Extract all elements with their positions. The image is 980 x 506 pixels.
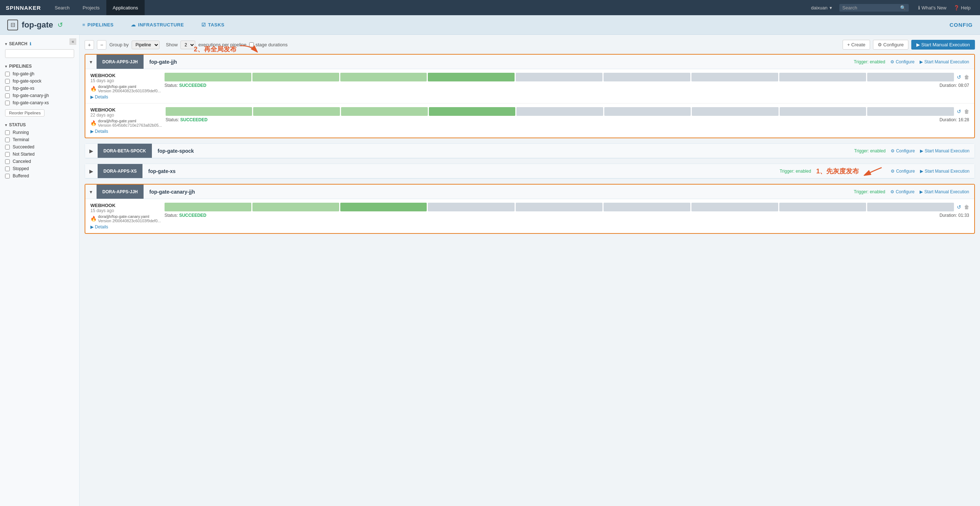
status-checkbox-stopped[interactable] <box>5 166 10 171</box>
pipeline-checkbox-canary-xs[interactable] <box>5 101 10 105</box>
start-manual-execution-btn[interactable]: ▶ Start Manual Execution <box>911 40 975 49</box>
status-checkbox-running[interactable] <box>5 130 10 135</box>
delete-btn-2[interactable]: 🗑 <box>964 109 969 114</box>
config-link[interactable]: CONFIG <box>950 22 973 28</box>
nav-applications[interactable]: Applications <box>106 0 145 15</box>
status-checkbox-not-started[interactable] <box>5 152 10 157</box>
minus-btn[interactable]: − <box>97 40 106 49</box>
sidebar-search-section[interactable]: ▾ SEARCH ℹ <box>0 38 79 48</box>
exec-actions: ↺ 🗑 <box>957 74 969 80</box>
status-stopped[interactable]: Stopped <box>0 165 79 172</box>
configure-canary-jjh-btn[interactable]: ⚙ Configure <box>890 189 915 194</box>
configure-jjh-btn[interactable]: ⚙ Configure <box>890 59 915 64</box>
status-buffered[interactable]: Buffered <box>0 172 79 180</box>
pipeline-group-spock: ▶ DORA-BETA-SPOCK fop-gate-spock Trigger… <box>84 143 975 158</box>
info-icon: ℹ <box>30 42 31 46</box>
pipeline-item-jjh[interactable]: fop-gate-jjh <box>0 70 79 77</box>
execution-row-canary-jjh-1: WEBHOOK 15 days ago 🔥 dora/jjh/fop-gate-… <box>85 199 974 233</box>
start-manual-canary-jjh-btn[interactable]: ▶ Start Manual Execution <box>920 189 969 194</box>
bar-segment <box>691 203 778 211</box>
main-content: « ▾ SEARCH ℹ ▾ PIPELINES fop-gate-jjh fo… <box>0 35 980 506</box>
status-checkbox-buffered[interactable] <box>5 174 10 179</box>
details-link-canary[interactable]: ▶ Details <box>91 224 969 230</box>
retry-btn-canary[interactable]: ↺ <box>957 204 961 210</box>
status-succeeded[interactable]: Succeeded <box>0 143 79 150</box>
status-checkbox-canceled[interactable] <box>5 159 10 164</box>
configure-spock-btn[interactable]: ⚙ Configure <box>891 148 915 153</box>
pipeline-item-canary-jjh[interactable]: fop-gate-canary-jjh <box>0 92 79 99</box>
refresh-icon[interactable]: ↺ <box>57 21 63 29</box>
group-by-select[interactable]: Pipeline <box>132 40 159 49</box>
bar-segment <box>340 203 427 211</box>
sidebar-pipelines-section[interactable]: ▾ PIPELINES <box>0 61 79 70</box>
annotation-xs: 1、先灰度发布 <box>816 166 883 177</box>
sidebar-status-section[interactable]: ▾ STATUS <box>0 120 79 129</box>
annotation-arrow-icon <box>862 166 883 177</box>
bar-segment <box>165 73 251 81</box>
exec-status-2: Status: SUCCEEDED <box>165 117 208 122</box>
collapse-spock-btn[interactable]: ▶ <box>85 144 98 158</box>
pipeline-checkbox-jjh[interactable] <box>5 72 10 77</box>
show-select[interactable]: 2 <box>180 40 195 49</box>
sidebar-collapse-btn[interactable]: « <box>70 38 76 45</box>
whats-new-link[interactable]: ℹ What's New <box>918 5 947 11</box>
configure-xs-btn[interactable]: ⚙ Configure <box>891 169 915 174</box>
status-running[interactable]: Running <box>0 129 79 136</box>
exec-time-canary: 15 days ago <box>91 208 161 213</box>
delete-btn-canary[interactable]: 🗑 <box>964 204 969 210</box>
trigger-status-jjh: Trigger: enabled <box>854 59 885 64</box>
app-header: ⊟ fop-gate ↺ ≡ PIPELINES ☁ INFRASTRUCTUR… <box>0 15 980 35</box>
check-icon: ☑ <box>201 22 206 27</box>
nav-tasks[interactable]: ☑ TASKS <box>193 22 233 27</box>
group-label-jjh: DORA-APPS-JJH <box>97 55 143 69</box>
play-icon: ▶ <box>920 59 923 64</box>
gear-icon: ⚙ <box>891 148 895 153</box>
global-search-input[interactable] <box>842 5 900 11</box>
pipeline-checkbox-xs[interactable] <box>5 86 10 91</box>
details-link-jjh-1[interactable]: ▶ Details <box>91 94 969 99</box>
status-terminal[interactable]: Terminal <box>0 136 79 143</box>
create-btn[interactable]: + Create <box>843 40 870 49</box>
pipeline-item-xs[interactable]: fop-gate-xs <box>0 85 79 92</box>
configure-btn[interactable]: ⚙ Configure <box>873 40 908 49</box>
execution-bars-jjh-2: ↺ 🗑 <box>165 107 969 116</box>
sidebar-search-input[interactable] <box>5 49 74 58</box>
retry-btn-2[interactable]: ↺ <box>957 109 961 114</box>
annotation-jjh: 2、再全局发布 <box>194 44 258 55</box>
reorder-pipelines-btn[interactable]: Reorder Pipelines <box>5 109 45 117</box>
delete-btn[interactable]: 🗑 <box>964 74 969 80</box>
pipeline-group-header-spock: ▶ DORA-BETA-SPOCK fop-gate-spock Trigger… <box>85 144 975 158</box>
group-label-spock: DORA-BETA-SPOCK <box>98 144 152 158</box>
exec-file-canary: dora/jjh/fop-gate-canary.yaml <box>98 214 161 219</box>
retry-btn[interactable]: ↺ <box>957 74 961 80</box>
collapse-canary-jjh-btn[interactable]: ▾ <box>85 185 97 199</box>
info-icon: ℹ <box>918 5 920 11</box>
status-checkbox-succeeded[interactable] <box>5 145 10 150</box>
pipeline-checkbox-spock[interactable] <box>5 79 10 84</box>
start-manual-xs-btn[interactable]: ▶ Start Manual Execution <box>920 169 969 174</box>
webhook-label: WEBHOOK <box>91 73 161 78</box>
nav-search[interactable]: Search <box>48 0 76 15</box>
collapse-jjh-btn[interactable]: ▾ <box>85 55 97 69</box>
nav-pipelines[interactable]: ≡ PIPELINES <box>74 22 123 27</box>
pipeline-checkbox-canary-jjh[interactable] <box>5 93 10 98</box>
pipeline-item-spock[interactable]: fop-gate-spock <box>0 77 79 85</box>
nav-infrastructure[interactable]: ☁ INFRASTRUCTURE <box>122 22 192 27</box>
pipeline-item-canary-xs[interactable]: fop-gate-canary-xs <box>0 99 79 106</box>
pipeline-group-header-jjh: ▾ DORA-APPS-JJH fop-gate-jjh Trigger: en… <box>85 55 974 69</box>
collapse-xs-btn[interactable]: ▶ <box>85 164 98 178</box>
pipeline-group-canary-jjh: ▾ DORA-APPS-JJH fop-gate-canary-jjh Trig… <box>84 184 975 234</box>
add-btn[interactable]: + <box>84 40 94 49</box>
details-link-jjh-2[interactable]: ▶ Details <box>91 129 969 134</box>
status-checkbox-terminal[interactable] <box>5 137 10 142</box>
status-canceled[interactable]: Canceled <box>0 158 79 165</box>
trigger-status-xs: Trigger: enabled <box>780 169 811 174</box>
nav-projects[interactable]: Projects <box>76 0 106 15</box>
user-menu[interactable]: daixuan ▾ <box>811 5 832 11</box>
bar-segment <box>780 107 867 116</box>
bar-segment <box>165 203 251 211</box>
start-manual-jjh-btn[interactable]: ▶ Start Manual Execution <box>920 59 969 64</box>
start-manual-spock-btn[interactable]: ▶ Start Manual Execution <box>920 148 969 153</box>
help-link[interactable]: ❓ Help <box>954 5 970 11</box>
status-not-started[interactable]: Not Started <box>0 150 79 158</box>
